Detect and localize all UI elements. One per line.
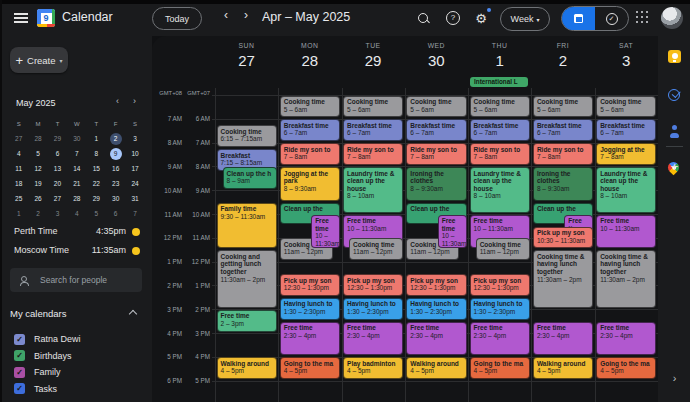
day-header[interactable]: WED30 xyxy=(405,42,468,69)
event[interactable]: Clean up the h8 – 9am xyxy=(223,167,277,189)
calendar-list-item[interactable]: ✓Ratna Dewi xyxy=(14,332,144,346)
mini-calendar-day[interactable]: 17 xyxy=(125,161,144,176)
mini-calendar-day[interactable]: 2 xyxy=(106,131,125,146)
event[interactable]: Ride my son to7 – 8am xyxy=(470,143,530,165)
event[interactable]: Ride my son to7 – 8am xyxy=(406,143,466,165)
mini-calendar-day[interactable]: 22 xyxy=(87,176,106,191)
event[interactable]: Laundry time & clean up the house8 – 10a… xyxy=(470,167,530,213)
mini-calendar-day[interactable]: 23 xyxy=(106,176,125,191)
settings-gear-icon[interactable]: ⚙ xyxy=(472,9,490,27)
search-for-people-field[interactable]: Search for people xyxy=(10,268,142,292)
mini-calendar-day[interactable]: 4 xyxy=(67,206,86,221)
event[interactable]: Going to the ma4 – 5pm xyxy=(470,357,530,379)
week-grid[interactable]: GMT+08GMT+077 AM6 AM8 AM7 AM9 AM8 AM10 A… xyxy=(152,88,658,402)
day-header[interactable]: FRI2 xyxy=(531,42,594,69)
mini-calendar-day[interactable]: 29 xyxy=(87,191,106,206)
prev-week-icon[interactable]: ‹ xyxy=(218,8,234,22)
event[interactable]: Having lunch to1:30 – 2:30pm xyxy=(470,298,530,320)
event[interactable]: Cooking time6:15 – 7:15am xyxy=(217,125,277,147)
mini-calendar-prev-icon[interactable]: ‹ xyxy=(116,96,119,106)
mini-calendar-day[interactable]: 25 xyxy=(9,191,28,206)
mini-calendar-day[interactable]: 24 xyxy=(125,176,144,191)
event[interactable]: Free time2:30 – 4pm xyxy=(470,322,530,356)
event[interactable]: Ride my son to7 – 8am xyxy=(533,143,593,165)
event[interactable]: Cooking time & having lunch together11:3… xyxy=(596,250,656,308)
event[interactable]: Pick up my son12:30 – 1:30pm xyxy=(343,274,403,296)
mini-calendar-day[interactable]: 15 xyxy=(87,161,106,176)
event[interactable]: Pick up my son12:30 – 1:30pm xyxy=(406,274,466,296)
mini-calendar-day[interactable]: 14 xyxy=(67,161,86,176)
day-header[interactable]: SAT3 xyxy=(595,42,658,69)
mini-calendar-day[interactable]: 20 xyxy=(48,176,67,191)
event[interactable]: Breakfast time6 – 7am xyxy=(343,119,403,141)
event[interactable]: Walking around4 – 5pm xyxy=(406,357,466,379)
view-selector-dropdown[interactable]: Week ▾ xyxy=(500,7,550,31)
event[interactable]: Free time2 – 3pm xyxy=(217,310,277,332)
mini-calendar-day[interactable]: 9 xyxy=(106,146,125,161)
event[interactable]: Cooking time5 – 6am xyxy=(596,96,656,118)
mini-calendar-day[interactable]: 13 xyxy=(48,161,67,176)
mini-calendar-day[interactable]: 5 xyxy=(28,146,47,161)
calendar-list-item[interactable]: ✓Birthdays xyxy=(14,349,144,363)
google-apps-icon[interactable] xyxy=(636,11,649,24)
event[interactable]: Free time2:30 – 4pm xyxy=(343,322,403,356)
mini-calendar-day[interactable]: 10 xyxy=(125,146,144,161)
mini-calendar-day[interactable]: 30 xyxy=(67,131,86,146)
today-button[interactable]: Today xyxy=(152,7,202,30)
event[interactable]: Cooking time5 – 6am xyxy=(533,96,593,118)
event[interactable]: Free time10 – 11:30am xyxy=(311,215,340,249)
mini-calendar-day[interactable]: 19 xyxy=(28,176,47,191)
event[interactable]: Cooking time5 – 6am xyxy=(470,96,530,118)
calendar-checkbox[interactable]: ✓ xyxy=(14,383,25,394)
event[interactable]: Breakfast time6 – 7am xyxy=(280,119,340,141)
event[interactable]: Going to the ma4 – 5pm xyxy=(596,357,656,379)
event[interactable]: Breakfast time6 – 7am xyxy=(533,119,593,141)
mini-calendar-day[interactable]: 1 xyxy=(9,206,28,221)
event[interactable]: Pick up my son12:30 – 1:30pm xyxy=(470,274,530,296)
event[interactable]: Ride my son to7 – 8am xyxy=(343,143,403,165)
calendar-view-toggle-icon[interactable] xyxy=(562,7,595,30)
day-header[interactable]: THU1 xyxy=(468,42,531,69)
mini-calendar-day[interactable]: 1 xyxy=(87,131,106,146)
search-icon[interactable] xyxy=(414,9,432,27)
tasks-view-toggle-icon[interactable]: ✓ xyxy=(595,7,628,30)
event[interactable]: Ride my son to7 – 8am xyxy=(280,143,340,165)
mini-calendar-day[interactable]: 2 xyxy=(28,206,47,221)
event[interactable]: Cooking time5 – 6am xyxy=(406,96,466,118)
event[interactable]: Laundry time & clean up the house8 – 10a… xyxy=(596,167,656,213)
event[interactable]: Breakfast time6 – 7am xyxy=(596,119,656,141)
mini-calendar-next-icon[interactable]: › xyxy=(133,96,136,106)
mini-calendar-day[interactable]: 3 xyxy=(48,206,67,221)
event[interactable]: Pick up my son10:30 – 11:30am xyxy=(533,227,593,249)
day-header[interactable]: TUE29 xyxy=(342,42,405,69)
mini-calendar-day[interactable]: 7 xyxy=(125,206,144,221)
mini-calendar-day[interactable]: 4 xyxy=(9,146,28,161)
event[interactable]: Cooking and getting lunch together11:30a… xyxy=(217,250,277,308)
mini-calendar-day[interactable]: 18 xyxy=(9,176,28,191)
event[interactable]: Ironing the clothes8 – 9:30am xyxy=(406,167,466,201)
event[interactable]: Free time10 – 11:30am xyxy=(596,215,656,249)
mini-calendar-day[interactable]: 26 xyxy=(28,191,47,206)
day-header[interactable]: MON28 xyxy=(278,42,341,69)
calendar-checkbox[interactable]: ✓ xyxy=(14,350,25,361)
event[interactable]: Free time2:30 – 4pm xyxy=(533,322,593,356)
create-button[interactable]: + Create ▾ xyxy=(10,47,68,73)
help-icon[interactable]: ? xyxy=(444,9,462,27)
mini-calendar-day[interactable]: 21 xyxy=(67,176,86,191)
event[interactable]: Pick up my son12:30 – 1:30pm xyxy=(280,274,340,296)
mini-calendar-day[interactable]: 11 xyxy=(9,161,28,176)
event[interactable]: Free time2:30 – 4pm xyxy=(596,322,656,356)
my-calendars-header[interactable]: My calendars xyxy=(10,308,142,319)
event[interactable]: Free time2:30 – 4pm xyxy=(406,322,466,356)
event[interactable]: Walking around4 – 5pm xyxy=(533,357,593,379)
calendar-checkbox[interactable]: ✓ xyxy=(14,367,25,378)
mini-calendar-day[interactable]: 5 xyxy=(87,206,106,221)
calendar-tasks-toggle[interactable]: ✓ xyxy=(561,6,629,31)
mini-calendar-day[interactable]: 8 xyxy=(87,146,106,161)
main-menu-icon[interactable] xyxy=(14,13,28,23)
mini-calendar-day[interactable]: 27 xyxy=(48,191,67,206)
all-day-event[interactable]: International L xyxy=(470,77,528,87)
keep-icon[interactable] xyxy=(668,50,681,63)
event[interactable]: Play badminton4 – 5pm xyxy=(343,357,403,379)
event[interactable]: Walking around4 – 5pm xyxy=(217,357,277,379)
